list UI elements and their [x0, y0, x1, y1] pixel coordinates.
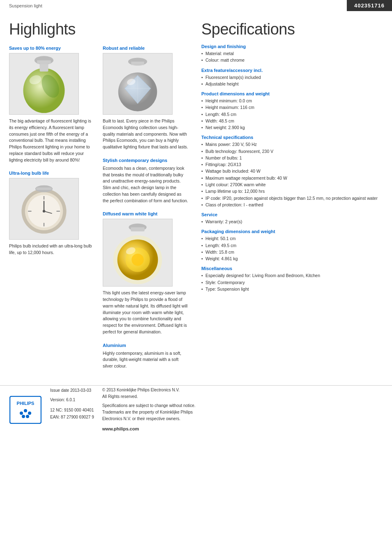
highlights-left-subcol: Saves up to 80% energy: [9, 46, 95, 377]
spec-item: Height: 50.1 cm: [201, 235, 383, 242]
spec-item: Colour: matt chrome: [201, 57, 383, 63]
ultra-long-image: [9, 178, 79, 240]
spec-packaging-title: Packaging dimensions and weight: [201, 229, 383, 234]
diamond-svg: [103, 54, 172, 114]
svg-text:PHILIPS: PHILIPS: [17, 401, 35, 406]
spec-item: Number of bulbs: 1: [201, 155, 383, 161]
spec-service-list: Warranty: 2 year(s): [201, 218, 383, 225]
spec-item: Length: 49.5 cm: [201, 242, 383, 249]
spec-design-list: Material: metal Colour: matt chrome: [201, 50, 383, 64]
spec-item: Height minimum: 0.0 cm: [201, 97, 383, 104]
diffused-text: This light uses the latest energy-saver …: [103, 290, 188, 335]
spec-item: Width: 48.5 cm: [201, 118, 383, 124]
spec-item: Lamp lifetime up to: 12,000 hrs: [201, 188, 383, 194]
spec-packaging-list: Height: 50.1 cm Length: 49.5 cm Width: 1…: [201, 235, 383, 262]
spec-technical: Technical specifications Mains power: 23…: [201, 135, 383, 208]
footer-info: Issue date 2013-03-03 Version: 6.0.1 12 …: [50, 387, 383, 433]
spec-extra-feature: Extra feature/accessory incl. Fluorescen…: [201, 68, 383, 88]
ultra-long-title: Ultra-long bulb life: [9, 171, 95, 176]
spec-item: Class of protection: I - earthed: [201, 201, 383, 208]
diffused-image: [103, 219, 173, 287]
spec-item: Width: 15.8 cm: [201, 249, 383, 255]
ean-label: EAN: 87 27900 69027 9: [50, 414, 94, 421]
footer: PHILIPS Issue date 2013-03-03 Version: 6…: [0, 385, 392, 435]
highlights-grid: Saves up to 80% energy: [9, 46, 188, 377]
spec-item: Material: metal: [201, 50, 383, 57]
spec-item: Wattage bulb included: 40 W: [201, 168, 383, 174]
svg-point-16: [43, 210, 45, 212]
spec-service: Service Warranty: 2 year(s): [201, 212, 383, 225]
spec-item: Height maximum: 116 cm: [201, 104, 383, 111]
spec-design-title: Design and finishing: [201, 44, 383, 49]
svg-rect-5: [40, 64, 48, 72]
svg-point-36: [20, 412, 23, 415]
spec-extra-title: Extra feature/accessory incl.: [201, 68, 383, 73]
spec-item: Weight: 4.861 kg: [201, 255, 383, 262]
spec-item: Bulb technology: fluorescent, 230 V: [201, 148, 383, 155]
spec-misc-title: Miscellaneous: [201, 266, 383, 271]
spec-item: IP code: IP20, protection against object…: [201, 195, 383, 201]
spec-product-dims-title: Product dimensions and weight: [201, 91, 383, 96]
spec-item: Mains power: 230 V, 50 Hz: [201, 141, 383, 148]
aluminium-text: Highly contemporary, aluminium is a soft…: [103, 350, 188, 370]
spec-extra-list: Fluorescent lamp(s) included Adjustable …: [201, 74, 383, 88]
svg-point-40: [26, 415, 29, 418]
website: www.philips.com: [102, 426, 196, 433]
specs-title: Specifications: [201, 21, 383, 38]
svg-point-37: [24, 409, 27, 412]
highlight-robust: Robust and reliable: [103, 46, 188, 150]
spec-item: Fitting/cap: 2GX13: [201, 161, 383, 168]
bulb-green-svg: [9, 54, 78, 114]
copyright: © 2013 Koninklijke Philips Electronics N…: [102, 387, 196, 400]
spec-item: Maximum wattage replacement bulb: 40 W: [201, 175, 383, 181]
spec-item: Warranty: 2 year(s): [201, 218, 383, 225]
page: Suspension light 402351716 Highlights Sa…: [0, 0, 392, 555]
spec-packaging: Packaging dimensions and weight Height: …: [201, 229, 383, 262]
bulb-yellow-svg: [103, 219, 172, 286]
diffused-title: Diffused warm white light: [103, 211, 188, 216]
spec-item: Net weight: 2.900 kg: [201, 124, 383, 131]
svg-rect-20: [131, 61, 144, 65]
robust-title: Robust and reliable: [103, 46, 188, 51]
spec-item: Type: Suspension light: [201, 286, 383, 292]
spec-technical-list: Mains power: 230 V, 50 Hz Bulb technolog…: [201, 141, 383, 208]
highlights-right-subcol: Robust and reliable: [103, 46, 188, 377]
highlight-ultra-long: Ultra-long bulb life: [9, 171, 95, 256]
highlight-diffused: Diffused warm white light: [103, 211, 188, 335]
philips-logo: PHILIPS: [9, 395, 42, 424]
aluminium-title: Aluminium: [103, 343, 188, 348]
highlights-title: Highlights: [9, 21, 188, 38]
highlight-saves-energy: Saves up to 80% energy: [9, 46, 95, 163]
robust-image: [103, 53, 173, 115]
main-content: Highlights Saves up to 80% energy: [0, 0, 392, 385]
svg-rect-1: [37, 60, 51, 63]
spec-product-dims-list: Height minimum: 0.0 cm Height maximum: 1…: [201, 97, 383, 131]
ultra-long-text: Philips bulb included with an ultra-long…: [9, 243, 95, 256]
issue-date: Issue date 2013-03-03: [50, 387, 94, 394]
svg-rect-18: [36, 187, 52, 190]
spec-item: Light colour: 2700K warm white: [201, 181, 383, 188]
spec-product-dims: Product dimensions and weight Height min…: [201, 91, 383, 131]
footer-col-dates: Issue date 2013-03-03 Version: 6.0.1 12 …: [50, 387, 94, 433]
clock-svg: [9, 179, 78, 239]
highlight-stylish: Stylish contemporary designs Ecomoods ha…: [103, 158, 188, 204]
spec-technical-title: Technical specifications: [201, 135, 383, 140]
saves-energy-text: The big advantage of fluorescent lightin…: [9, 118, 95, 163]
spec-item: Especially designed for: Living Room and…: [201, 272, 383, 279]
spec-service-title: Service: [201, 212, 383, 217]
highlight-aluminium: Aluminium Highly contemporary, aluminium…: [103, 343, 188, 370]
version: Version: 6.0.1: [50, 396, 94, 403]
nc-label: 12 NC: 9150 000 40401: [50, 407, 94, 414]
disclaimer: Specifications are subject to change wit…: [102, 402, 196, 422]
footer-col-legal: © 2013 Koninklijke Philips Electronics N…: [102, 387, 196, 433]
stylish-title: Stylish contemporary designs: [103, 158, 188, 163]
stylish-text: Ecomoods has a clean, contemporary look …: [103, 165, 188, 204]
saves-energy-image: [9, 53, 79, 115]
spec-item: Length: 48.5 cm: [201, 111, 383, 118]
philips-logo-svg: PHILIPS: [9, 396, 42, 424]
spec-item: Style: Contemporary: [201, 279, 383, 286]
spec-misc-list: Especially designed for: Living Room and…: [201, 272, 383, 292]
category-label: Suspension light: [9, 3, 42, 8]
product-id-bar: 402351716: [347, 0, 392, 11]
highlights-column: Highlights Saves up to 80% energy: [0, 12, 197, 385]
